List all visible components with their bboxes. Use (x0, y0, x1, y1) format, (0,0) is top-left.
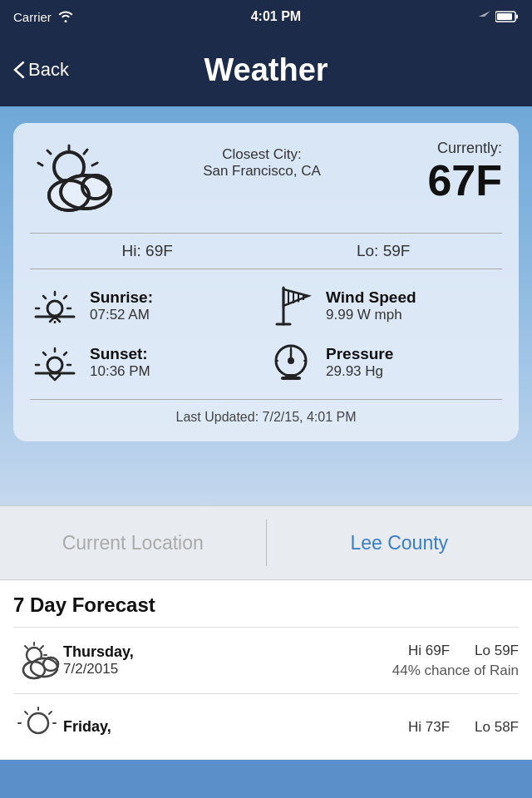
forecast-row-thursday: Thursday, 7/2/2015 Hi 69F Lo 59F 44% cha… (13, 627, 519, 693)
forecast-rain-thursday: 44% chance of Rain (171, 663, 519, 679)
svg-line-53 (25, 646, 27, 648)
forecast-hi-friday: Hi 73F (408, 719, 450, 736)
status-left: Carrier (13, 10, 73, 24)
back-chevron-icon (13, 61, 25, 79)
svg-point-36 (47, 357, 62, 372)
svg-line-66 (49, 712, 52, 714)
sunset-label: Sunset: (90, 345, 150, 363)
svg-marker-29 (283, 289, 308, 306)
svg-rect-3 (516, 15, 519, 19)
forecast-lo-thursday: Lo 59F (475, 643, 519, 659)
forecast-day-thursday: Thursday, 7/2/2015 (63, 643, 171, 677)
forecast-hi-thursday: Hi 69F (408, 643, 450, 659)
svg-rect-49 (281, 377, 301, 380)
svg-line-7 (92, 163, 97, 165)
svg-line-39 (43, 352, 46, 355)
sunset-cell: Sunset: 10:36 PM (30, 337, 266, 387)
weather-card: Closest City: San Francisco, CA Currentl… (13, 123, 519, 441)
svg-point-64 (28, 713, 48, 733)
closest-city-label: Closest City: (222, 146, 301, 163)
pressure-label: Pressure (326, 345, 393, 363)
wind-cell: Wind Speed 9.99 W mph (266, 281, 502, 331)
forecast-day-friday: Friday, (63, 718, 171, 736)
status-time: 4:01 PM (251, 9, 301, 24)
back-label: Back (28, 59, 69, 81)
tab-lee-county[interactable]: Lee County (267, 506, 533, 579)
forecast-title: 7 Day Forecast (13, 594, 519, 617)
hi-lo-row: Hi: 69F Lo: 59F (30, 233, 502, 269)
last-updated: Last Updated: 7/2/15, 4:01 PM (30, 399, 502, 425)
wind-icon (266, 281, 316, 331)
svg-line-24 (64, 296, 66, 298)
svg-line-38 (64, 352, 66, 355)
pressure-value: 29.93 Hg (326, 363, 393, 380)
svg-line-8 (47, 150, 51, 154)
pressure-cell: Pressure 29.93 Hg (266, 337, 502, 387)
hi-value: Hi: 69F (122, 242, 173, 260)
lo-value: Lo: 59F (357, 242, 410, 260)
wind-label: Wind Speed (326, 288, 416, 307)
svg-line-25 (43, 296, 46, 298)
carrier-label: Carrier (13, 10, 52, 24)
detail-grid: Sunrise: 07:52 AM (30, 281, 502, 387)
tab-current-location[interactable]: Current Location (0, 506, 266, 579)
wifi-icon (58, 11, 73, 22)
sunrise-time: 07:52 AM (90, 307, 153, 323)
sunrise-label: Sunrise: (90, 288, 153, 307)
svg-line-9 (38, 163, 42, 165)
wind-value: 9.99 W mph (326, 307, 416, 323)
temperature: 67F (394, 157, 502, 204)
sky-area: Closest City: San Francisco, CA Currentl… (0, 106, 532, 505)
svg-line-67 (25, 712, 27, 714)
sunrise-cell: Sunrise: 07:52 AM (30, 281, 266, 331)
location-icon (479, 11, 490, 22)
svg-line-52 (41, 646, 43, 648)
svg-point-21 (47, 301, 62, 316)
forecast-details-thursday: Hi 69F Lo 59F 44% chance of Rain (171, 643, 519, 679)
weather-icon-large (30, 140, 130, 223)
back-button[interactable]: Back (13, 59, 69, 81)
svg-marker-1 (479, 11, 490, 17)
pressure-icon (266, 337, 316, 387)
forecast-section: 7 Day Forecast Thursday, (0, 580, 532, 760)
sunset-icon (30, 337, 80, 387)
forecast-details-friday: Hi 73F Lo 58F (171, 719, 519, 736)
svg-line-6 (84, 150, 87, 154)
forecast-icon-thursday (13, 638, 63, 683)
svg-rect-4 (497, 13, 512, 20)
sunrise-icon (30, 281, 80, 331)
forecast-lo-friday: Lo 58F (475, 719, 519, 736)
tab-selector: Current Location Lee County (0, 505, 532, 580)
closest-city-value: San Francisco, CA (203, 163, 321, 180)
status-right (479, 11, 519, 22)
page-title: Weather (204, 52, 328, 88)
forecast-row-friday: Friday, Hi 73F Lo 58F (13, 693, 519, 760)
battery-icon (495, 11, 519, 22)
nav-bar: Back Weather (0, 33, 532, 106)
currently-label: Currently: (394, 140, 502, 157)
sunset-time: 10:36 PM (90, 363, 150, 380)
forecast-icon-friday (13, 704, 63, 750)
status-bar: Carrier 4:01 PM (0, 0, 532, 33)
